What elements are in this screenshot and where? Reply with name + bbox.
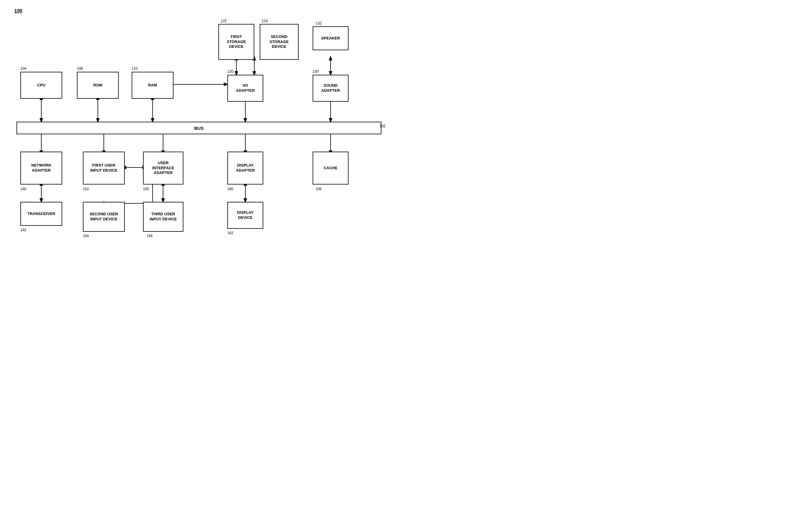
second-storage-ref: 124 — [262, 19, 268, 23]
speaker-label: SPEAKER — [321, 36, 340, 41]
third-user-input-label: THIRD USERINPUT DEVICE — [150, 212, 177, 222]
diagram-title: 100 — [14, 8, 22, 14]
ram-ref: 110 — [132, 66, 138, 70]
ui-adapter-ref: 150 — [143, 187, 149, 191]
network-adapter-label: NETWORKADAPTER — [31, 163, 51, 173]
bus-ref: 102 — [380, 124, 386, 128]
first-user-input-ref: 152 — [83, 187, 89, 191]
first-user-input-label: FIRST USERINPUT DEVICE — [90, 163, 117, 173]
first-storage-label: FIRSTSTORAGEDEVICE — [227, 34, 246, 49]
second-user-input-box: SECOND USERINPUT DEVICE — [83, 202, 125, 232]
transceiver-box: TRANSCEIVER — [20, 202, 62, 226]
ui-adapter-box: USERINTERFACEADAPTER — [143, 151, 183, 185]
cpu-label: CPU — [37, 83, 45, 88]
io-adapter-box: I/OADAPTER — [228, 75, 263, 102]
display-device-box: DISPLAYDEVICE — [228, 202, 263, 229]
cache-ref: 106 — [316, 187, 321, 191]
io-adapter-ref: 120 — [228, 69, 233, 74]
second-storage-box: SECONDSTORAGEDEVICE — [260, 24, 299, 60]
cache-box: CACHE — [313, 151, 349, 185]
display-device-ref: 162 — [228, 231, 233, 235]
third-user-input-box: THIRD USERINPUT DEVICE — [143, 202, 183, 232]
rom-ref: 108 — [77, 66, 83, 70]
ram-box: RAM — [132, 72, 174, 99]
bus-bar: BUS — [17, 122, 381, 134]
io-adapter-label: I/OADAPTER — [236, 83, 255, 93]
display-adapter-ref: 160 — [228, 187, 233, 191]
ui-adapter-label: USERINTERFACEADAPTER — [152, 161, 174, 176]
first-storage-ref: 122 — [221, 19, 227, 23]
third-user-input-ref: 156 — [146, 234, 153, 238]
transceiver-ref: 142 — [20, 228, 26, 232]
second-storage-label: SECONDSTORAGEDEVICE — [270, 34, 289, 49]
speaker-ref: 132 — [316, 21, 321, 25]
sound-adapter-box: SOUNDADAPTER — [313, 75, 349, 102]
second-user-input-label: SECOND USERINPUT DEVICE — [90, 212, 118, 222]
speaker-box: SPEAKER — [313, 26, 349, 50]
bus-label: BUS — [194, 126, 204, 131]
network-adapter-ref: 140 — [20, 187, 26, 191]
rom-label: ROM — [93, 83, 102, 88]
first-user-input-box: FIRST USERINPUT DEVICE — [83, 151, 125, 185]
display-device-label: DISPLAYDEVICE — [237, 210, 253, 220]
sound-adapter-ref: 130 — [313, 69, 319, 74]
cpu-box: CPU — [20, 72, 62, 99]
ram-label: RAM — [148, 83, 157, 88]
transceiver-label: TRANSCEIVER — [27, 211, 55, 217]
second-user-input-ref: 154 — [83, 234, 89, 238]
network-adapter-box: NETWORKADAPTER — [20, 151, 62, 185]
display-adapter-label: DISPLAYADAPTER — [236, 163, 255, 173]
rom-box: ROM — [77, 72, 119, 99]
diagram: 100 — [0, 0, 394, 266]
cpu-ref: 104 — [20, 66, 26, 70]
sound-adapter-label: SOUNDADAPTER — [321, 83, 340, 93]
cache-label: CACHE — [324, 166, 337, 171]
display-adapter-box: DISPLAYADAPTER — [228, 151, 263, 185]
first-storage-box: FIRSTSTORAGEDEVICE — [218, 24, 254, 60]
